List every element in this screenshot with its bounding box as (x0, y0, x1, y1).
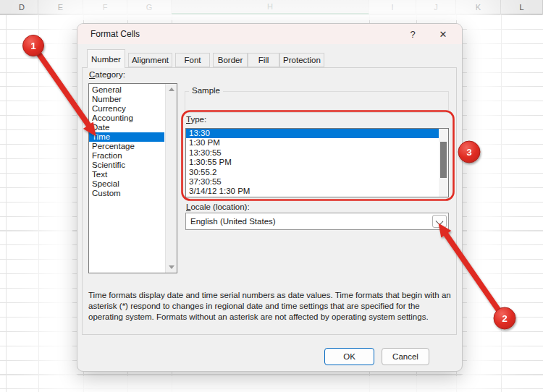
type-scrollbar[interactable] (439, 129, 448, 197)
column-header-k[interactable]: K (456, 0, 501, 14)
category-item-scientific[interactable]: Scientific (89, 161, 164, 170)
type-listbox[interactable]: 13:30 1:30 PM 13:30:55 1:30:55 PM 30:55.… (185, 128, 449, 197)
format-description: Time formats display date and time seria… (88, 290, 452, 323)
dialog-titlebar: Format Cells ? ✕ (77, 24, 462, 44)
sample-groupbox (185, 91, 449, 113)
type-row[interactable]: 30:55.2 (186, 168, 448, 177)
category-item-accounting[interactable]: Accounting (89, 114, 164, 123)
chevron-down-icon (436, 218, 444, 226)
sample-label: Sample (189, 86, 223, 95)
help-icon[interactable]: ? (403, 27, 422, 41)
category-item-text[interactable]: Text (89, 170, 164, 179)
cancel-button[interactable]: Cancel (382, 348, 429, 365)
category-scrollbar[interactable] (165, 84, 177, 273)
gridline (501, 14, 502, 392)
tab-fill[interactable]: Fill (248, 53, 279, 67)
type-row-selected[interactable]: 13:30 (186, 129, 448, 138)
type-label: Type: (186, 115, 206, 124)
column-header-f[interactable]: F (83, 0, 127, 14)
category-item-percentage[interactable]: Percentage (89, 142, 164, 151)
category-item-time-selected[interactable]: Time (89, 132, 164, 142)
type-row[interactable]: 37:30:55 (186, 177, 448, 187)
locale-value: English (United States) (190, 213, 276, 229)
category-item-currency[interactable]: Currency (89, 104, 164, 114)
format-cells-dialog: Format Cells ? ✕ Number Alignment Font B… (77, 24, 462, 371)
column-header-j[interactable]: J (416, 0, 456, 14)
category-item-number[interactable]: Number (89, 95, 164, 104)
tab-alignment[interactable]: Alignment (128, 53, 172, 67)
column-header-d[interactable]: D (6, 0, 38, 14)
category-item-special[interactable]: Special (89, 179, 164, 189)
scroll-up-icon[interactable] (169, 88, 174, 91)
type-row[interactable]: 13:30:55 (186, 148, 448, 158)
tab-border[interactable]: Border (213, 53, 248, 67)
type-row[interactable]: 1:30 PM (186, 138, 448, 148)
column-header-i[interactable]: I (369, 0, 416, 14)
gridline (6, 14, 7, 392)
column-header-l[interactable]: L (501, 0, 543, 14)
column-header-e[interactable]: E (38, 0, 83, 14)
category-label: Category: (89, 70, 125, 79)
type-row[interactable]: 1:30:55 PM (186, 158, 448, 167)
dropdown-button[interactable] (432, 215, 447, 228)
category-item-custom[interactable]: Custom (89, 189, 164, 198)
ok-button[interactable]: OK (324, 348, 374, 365)
tab-number[interactable]: Number (87, 49, 125, 68)
column-headers: D E F G H I J K L (0, 0, 543, 14)
type-row[interactable]: 3/14/12 1:30 PM (186, 187, 448, 196)
category-item-date[interactable]: Date (89, 123, 164, 132)
column-header-h-selected[interactable]: H (172, 0, 369, 14)
close-icon[interactable]: ✕ (434, 27, 452, 41)
scroll-down-icon[interactable] (169, 265, 174, 269)
column-header-g[interactable]: G (127, 0, 172, 14)
locale-dropdown[interactable]: English (United States) (185, 213, 449, 230)
scrollbar-thumb[interactable] (440, 142, 447, 178)
category-item-general[interactable]: General (89, 85, 164, 95)
category-listbox[interactable]: General Number Currency Accounting Date … (88, 83, 177, 273)
tab-protection[interactable]: Protection (279, 53, 324, 67)
category-item-fraction[interactable]: Fraction (89, 151, 164, 161)
locale-label: Locale (location): (186, 203, 250, 211)
screen: D E F G H I J K L Format Cells ? ✕ Numbe… (0, 0, 543, 392)
tab-font[interactable]: Font (175, 53, 210, 67)
gridline (38, 14, 39, 392)
dialog-title: Format Cells (90, 29, 140, 39)
